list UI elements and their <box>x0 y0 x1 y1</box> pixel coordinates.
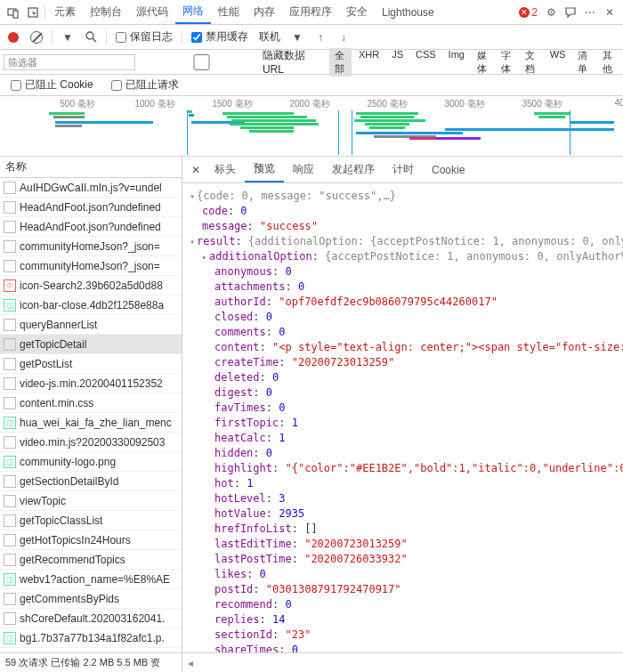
filter-type-全部[interactable]: 全部 <box>329 48 352 77</box>
clear-button[interactable] <box>27 28 46 47</box>
request-row[interactable]: communityHomeJson?_json= <box>0 256 182 276</box>
online-select[interactable]: 联机 <box>255 29 284 45</box>
disable-cache-checkbox[interactable]: 禁用缓存 <box>188 29 252 45</box>
json-property[interactable]: lastEditTime: "20200723013259" <box>190 537 616 552</box>
request-row[interactable]: viewTopic <box>0 491 182 511</box>
json-property[interactable]: sectionId: "23" <box>190 627 616 643</box>
request-row[interactable]: HeadAndFoot.json?undefined <box>0 198 182 217</box>
json-property[interactable]: content: "<p style="text-align: center;"… <box>190 340 616 355</box>
detail-tab-1[interactable]: 预览 <box>245 157 284 182</box>
throttle-dropdown-icon[interactable]: ▼ <box>287 28 307 47</box>
download-har-icon[interactable] <box>334 28 353 47</box>
json-property[interactable]: hotValue: 2935 <box>190 506 616 522</box>
json-property[interactable]: recommend: 0 <box>190 597 616 612</box>
filter-type-JS[interactable]: JS <box>386 48 409 77</box>
json-property[interactable]: lastPostTime: "20200726033932" <box>190 552 616 567</box>
detail-tab-5[interactable]: Cookie <box>423 157 473 182</box>
close-detail-icon[interactable]: ✕ <box>186 164 206 176</box>
top-tab-3[interactable]: 网络 <box>175 0 211 24</box>
more-icon[interactable]: ⋯ <box>580 3 600 22</box>
search-icon[interactable] <box>81 28 101 47</box>
json-property[interactable]: favTimes: 0 <box>190 401 616 416</box>
request-row[interactable]: ◫bg1.7b37a77b134a1f82afc1.p. <box>0 628 182 648</box>
request-row[interactable]: getCommentsByPids <box>0 589 182 609</box>
top-tab-5[interactable]: 内存 <box>247 0 282 24</box>
top-tab-1[interactable]: 控制台 <box>83 0 129 24</box>
json-property[interactable]: highlight: "{"color":"#EE1B2E","bold":1,… <box>190 461 616 476</box>
json-property[interactable]: createTime: "20200723013259" <box>190 355 616 370</box>
error-badge[interactable]: ✕2 <box>515 6 541 19</box>
top-tab-4[interactable]: 性能 <box>211 0 247 24</box>
json-property[interactable]: heatCalc: 1 <box>190 431 616 446</box>
preview-body[interactable]: {code: 0, message: "success",…} code: 0 … <box>182 183 623 652</box>
filter-type-媒体[interactable]: 媒体 <box>472 48 494 77</box>
json-property[interactable]: postId: "0301308791792470917" <box>190 582 616 597</box>
filter-type-文档[interactable]: 文档 <box>520 48 542 77</box>
request-row[interactable]: getTopicDetail <box>0 335 182 354</box>
request-row[interactable]: communityHomeJson?_json= <box>0 237 182 256</box>
json-property[interactable]: shareTimes: 0 <box>190 643 616 652</box>
preserve-log-checkbox[interactable]: 保留日志 <box>112 29 176 45</box>
filter-type-Img[interactable]: Img <box>443 48 470 77</box>
json-property[interactable]: hidden: 0 <box>190 446 616 461</box>
request-row[interactable]: queryBannerList <box>0 315 182 335</box>
request-row[interactable]: shCoreDefault.202003162041. <box>0 609 182 628</box>
top-tab-8[interactable]: Lighthouse <box>375 0 441 24</box>
json-property[interactable]: hot: 1 <box>190 476 616 491</box>
json-property[interactable]: firstTopic: 1 <box>190 416 616 431</box>
feedback-icon[interactable] <box>561 3 580 22</box>
filter-type-WS[interactable]: WS <box>545 48 571 77</box>
request-row[interactable]: ◫community-logo.png <box>0 452 182 472</box>
request-row[interactable]: video.min.js?20200330092503 <box>0 433 182 452</box>
request-row[interactable]: HeadAndFoot.json?undefined <box>0 217 182 237</box>
upload-har-icon[interactable] <box>311 28 330 47</box>
json-property[interactable]: anonymous: 0 <box>190 264 616 279</box>
filter-type-CSS[interactable]: CSS <box>410 48 441 77</box>
settings-icon[interactable]: ⚙ <box>541 3 561 22</box>
json-property[interactable]: digest: 0 <box>190 385 616 401</box>
top-tab-7[interactable]: 安全 <box>339 0 375 24</box>
filter-type-XHR[interactable]: XHR <box>353 48 384 77</box>
json-property[interactable]: hrefInfoList: [] <box>190 522 616 537</box>
detail-tab-4[interactable]: 计时 <box>384 157 423 182</box>
hide-data-url-checkbox[interactable]: 隐藏数据 URL <box>141 48 324 76</box>
filter-type-字体[interactable]: 字体 <box>496 48 518 77</box>
request-row[interactable]: content.min.css <box>0 393 182 413</box>
top-tab-0[interactable]: 元素 <box>47 0 83 24</box>
json-property[interactable]: replies: 14 <box>190 612 616 627</box>
json-property[interactable]: attachments: 0 <box>190 279 616 295</box>
request-row[interactable]: getTopicClassList <box>0 511 182 530</box>
request-row[interactable]: ◫hua_wei_kai_fa_zhe_lian_menc <box>0 413 182 433</box>
request-row[interactable]: getHotTopicsIn24Hours <box>0 530 182 550</box>
device-toggle-icon[interactable] <box>4 3 23 22</box>
json-property[interactable]: closed: 0 <box>190 310 616 325</box>
json-property[interactable]: likes: 0 <box>190 567 616 582</box>
json-property[interactable]: hotLevel: 3 <box>190 491 616 506</box>
request-row[interactable]: ⦸icon-Search2.39b602a5d0d88 <box>0 276 182 296</box>
request-header-name[interactable]: 名称 <box>0 157 182 178</box>
request-row[interactable]: AuIHDGwCaII.mIn.js?v=undel <box>0 178 182 198</box>
blocked-requests-checkbox[interactable]: 已阻止请求 <box>108 77 182 93</box>
filter-type-清单[interactable]: 清单 <box>572 48 595 77</box>
request-row[interactable]: ◫webv1?action_name=%E8%AE <box>0 570 182 589</box>
request-row[interactable]: getRecommendTopics <box>0 550 182 570</box>
json-property[interactable]: comments: 0 <box>190 325 616 340</box>
blocked-cookies-checkbox[interactable]: 已阻止 Cookie <box>7 77 97 93</box>
request-row[interactable]: video-js.min.20200401152352 <box>0 374 182 393</box>
close-icon[interactable]: ✕ <box>600 3 619 22</box>
request-row[interactable]: ◫icon-bar-close.4db2f1258e88a <box>0 296 182 315</box>
detail-tab-3[interactable]: 发起程序 <box>323 157 384 182</box>
top-tab-6[interactable]: 应用程序 <box>282 0 339 24</box>
filter-toggle-icon[interactable]: ▼ <box>58 28 77 47</box>
json-property[interactable]: authorId: "opf70efdf2ec9b086079795c44260… <box>190 295 616 310</box>
inspect-icon[interactable] <box>23 3 43 22</box>
timeline-overview[interactable]: 500 毫秒1000 毫秒1500 毫秒2000 毫秒2500 毫秒3000 毫… <box>0 96 623 157</box>
request-row[interactable]: getPostList <box>0 354 182 374</box>
top-tab-2[interactable]: 源代码 <box>129 0 175 24</box>
request-row[interactable]: getSectionDetailById <box>0 472 182 491</box>
detail-tab-0[interactable]: 标头 <box>206 157 245 182</box>
filter-input[interactable] <box>4 54 135 70</box>
json-property[interactable]: deleted: 0 <box>190 370 616 385</box>
filter-type-其他[interactable]: 其他 <box>597 48 619 77</box>
detail-tab-2[interactable]: 响应 <box>284 157 323 182</box>
